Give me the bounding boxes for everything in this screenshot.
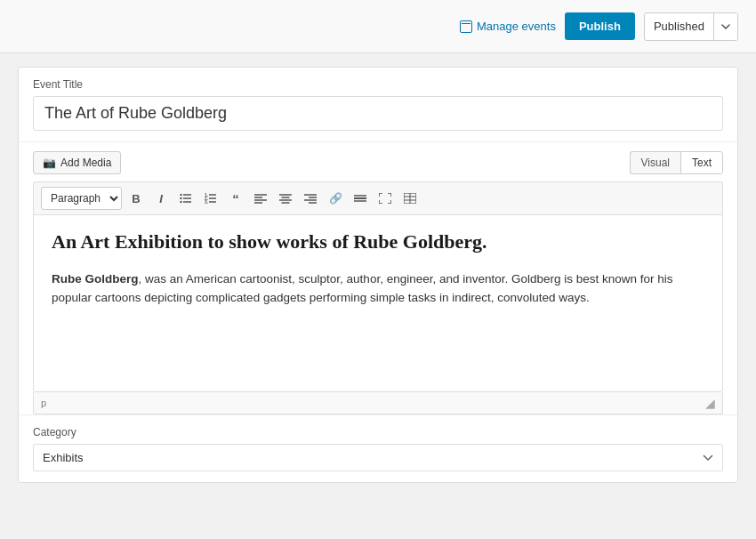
view-tabs: Visual Text xyxy=(630,151,723,174)
category-label: Category xyxy=(33,426,723,438)
event-title-label: Event Title xyxy=(33,78,723,91)
manage-events-link[interactable]: Manage events xyxy=(460,20,556,33)
editor-toolbar: Paragraph Heading 1 Heading 2 Heading 3 … xyxy=(33,181,723,214)
published-label: Published xyxy=(645,13,714,40)
content-heading: An Art Exhibition to show works of Rube … xyxy=(52,229,704,255)
published-group: Published xyxy=(644,12,738,41)
tab-visual[interactable]: Visual xyxy=(630,151,680,174)
event-title-input[interactable] xyxy=(33,96,723,131)
category-select[interactable]: Exhibits General Events xyxy=(33,444,723,471)
svg-point-4 xyxy=(180,201,181,203)
fullscreen-button[interactable] xyxy=(374,188,396,209)
unordered-list-button[interactable] xyxy=(175,188,197,209)
add-media-label: Add Media xyxy=(60,157,111,169)
editor-top-bar: 📷 Add Media Visual Text xyxy=(33,151,723,174)
content-paragraph: Rube Goldberg, was an American cartoonis… xyxy=(52,270,704,308)
blockquote-button[interactable]: “ xyxy=(225,188,246,209)
published-dropdown-button[interactable] xyxy=(714,13,737,40)
ordered-list-button[interactable]: 1.2.3. xyxy=(200,188,221,209)
add-media-button[interactable]: 📷 Add Media xyxy=(33,151,121,174)
main-content-box: Event Title 📷 Add Media Visual Text Para… xyxy=(18,67,738,483)
add-media-icon: 📷 xyxy=(43,157,56,169)
italic-button[interactable]: I xyxy=(150,188,172,209)
svg-point-2 xyxy=(180,197,181,199)
align-center-button[interactable] xyxy=(275,188,296,209)
publish-button[interactable]: Publish xyxy=(565,12,635,40)
app-wrapper: Manage events Publish Published Event Ti… xyxy=(0,0,756,539)
svg-text:3.: 3. xyxy=(205,199,209,204)
bold-button[interactable]: B xyxy=(125,188,147,209)
svg-point-0 xyxy=(180,194,181,196)
hr-button[interactable] xyxy=(350,188,371,209)
editor-section: 📷 Add Media Visual Text Paragraph Headin… xyxy=(19,141,737,414)
editor-status-element: p xyxy=(41,398,46,408)
resize-handle[interactable]: ◢ xyxy=(705,396,715,410)
calendar-icon xyxy=(460,20,472,33)
top-bar: Manage events Publish Published xyxy=(0,0,756,53)
event-title-section: Event Title xyxy=(19,68,737,141)
align-right-button[interactable] xyxy=(300,188,321,209)
format-select[interactable]: Paragraph Heading 1 Heading 2 Heading 3 xyxy=(41,187,122,210)
chevron-down-icon xyxy=(721,24,730,29)
editor-status-bar: p ◢ xyxy=(33,392,723,414)
table-button[interactable] xyxy=(399,188,421,209)
category-section: Category Exhibits General Events xyxy=(19,414,737,482)
manage-events-label: Manage events xyxy=(477,20,556,33)
editor-content[interactable]: An Art Exhibition to show works of Rube … xyxy=(33,214,723,392)
link-button[interactable]: 🔗 xyxy=(325,188,346,209)
align-left-button[interactable] xyxy=(250,188,271,209)
tab-text[interactable]: Text xyxy=(680,151,723,174)
